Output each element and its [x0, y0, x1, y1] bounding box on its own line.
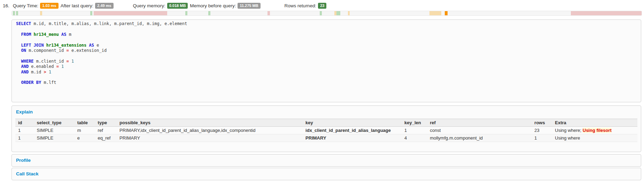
metric-badge: 2.49 ms — [95, 3, 113, 9]
table-cell: 1 — [532, 134, 552, 142]
sql-token: e.enabled — [29, 64, 56, 69]
table-cell: PRIMARY — [117, 134, 303, 142]
metric-label: Query Time: — [13, 3, 39, 8]
timeline-segment — [348, 11, 350, 15]
query-index: 16. — [3, 3, 9, 8]
column-header: id — [15, 119, 34, 127]
sql-token: 1 — [71, 59, 74, 64]
metric-badge: 11.275 MB — [238, 3, 260, 9]
sql-token: m.client_id — [34, 59, 67, 64]
timeline-segment — [208, 11, 210, 15]
sql-token: SELECT — [16, 21, 31, 26]
table-cell: ref — [95, 127, 117, 134]
sql-token: AND — [21, 70, 29, 74]
table-cell: eq_ref — [95, 134, 117, 142]
timeline-segment — [185, 11, 187, 15]
sql-query-text: SELECT m.id, m.title, m.alias, m.link, m… — [16, 21, 637, 86]
metric-badge: 23 — [318, 3, 326, 9]
timeline-segment — [336, 11, 340, 15]
column-header: table — [75, 119, 95, 127]
sql-token — [16, 59, 21, 64]
table-cell: mollymfg.m.component_id — [427, 134, 532, 142]
table-row: 1SIMPLEeeq_refPRIMARYPRIMARY4mollymfg.m.… — [15, 134, 637, 142]
query-metric: Rows returned:23 — [285, 3, 327, 9]
sql-query-panel: SELECT m.id, m.title, m.alias, m.link, m… — [11, 19, 641, 102]
table-cell: PRIMARY — [303, 134, 402, 142]
callstack-panel: Call Stack — [11, 168, 641, 180]
sql-token — [16, 32, 21, 37]
sql-token: m.id — [29, 70, 44, 74]
sql-token: m.id, m.title, m.alias, m.link, m.parent… — [31, 21, 187, 26]
sql-token: 1 — [49, 70, 51, 74]
sql-token: e.extension_id — [69, 48, 107, 53]
query-metrics: Query Time:1.03 msAfter last query:2.49 … — [13, 3, 329, 9]
sql-token: ON — [21, 48, 26, 53]
sql-token: = — [67, 48, 69, 53]
sql-token: AS — [89, 43, 94, 48]
query-metric: Memory before query:11.275 MB — [190, 3, 260, 9]
sql-token: = — [67, 59, 69, 64]
column-header: select_type — [34, 119, 75, 127]
sql-token — [16, 64, 21, 69]
timeline-segment — [40, 11, 42, 15]
query-metric: After last query:2.49 ms — [61, 3, 114, 9]
metric-label: After last query: — [61, 3, 94, 8]
table-cell: const — [427, 127, 532, 134]
sql-token: e — [94, 43, 99, 48]
profile-panel: Profile — [11, 154, 641, 167]
debug-query-entry: 16. Query Time:1.03 msAfter last query:2… — [0, 0, 644, 182]
table-cell: PRIMARY,idx_client_id_parent_id_alias_la… — [117, 127, 303, 134]
metric-badge: 0.018 MB — [167, 3, 188, 9]
table-cell: 23 — [532, 127, 552, 134]
table-cell: 1 — [15, 127, 34, 134]
sql-token: hr134_extensions — [46, 43, 87, 48]
callstack-toggle[interactable]: Call Stack — [12, 168, 641, 180]
sql-token: AS — [61, 32, 66, 37]
extra-cell: Using where — [552, 134, 637, 142]
column-header: key_len — [402, 119, 427, 127]
timeline-segment — [94, 11, 168, 15]
sql-token: m — [67, 32, 71, 37]
sql-token: LEFT JOIN — [21, 43, 44, 48]
table-cell: 1 — [402, 127, 427, 134]
timeline-segment — [445, 11, 448, 15]
explain-panel: Explain idselect_typetabletypepossible_k… — [11, 105, 641, 152]
sql-token — [16, 80, 21, 85]
sql-token: m.lft — [41, 80, 56, 85]
sql-token: = — [56, 64, 59, 69]
filesort-alert: Using filesort — [583, 128, 612, 133]
query-metric: Query Time:1.03 ms — [13, 3, 59, 9]
timeline-segment — [13, 11, 15, 15]
column-header: key — [303, 119, 402, 127]
sql-token — [16, 48, 21, 53]
sql-token — [59, 64, 61, 69]
column-header: rows — [532, 119, 552, 127]
table-cell: 1 — [15, 134, 34, 142]
sql-token: hr134_menu — [34, 32, 59, 37]
sql-token: 1 — [61, 64, 64, 69]
sql-token: WHERE — [21, 59, 33, 64]
table-row: 1SIMPLEmrefPRIMARY,idx_client_id_parent_… — [15, 127, 637, 134]
explain-table: idselect_typetabletypepossible_keyskeyke… — [15, 119, 637, 142]
table-cell: idx_client_id_parent_id_alias_language — [303, 127, 402, 134]
sql-token: > — [44, 70, 46, 74]
sql-token — [69, 59, 71, 64]
explain-toggle[interactable]: Explain — [12, 106, 641, 117]
sql-token — [59, 32, 61, 37]
profile-toggle[interactable]: Profile — [12, 155, 641, 166]
column-header: ref — [427, 119, 532, 127]
extra-text: Using where — [555, 135, 580, 141]
timeline-segment — [320, 11, 322, 15]
query-metric: Query memory:0.018 MB — [133, 3, 188, 9]
timeline-segment — [571, 11, 642, 15]
sql-token: m.component_id — [26, 48, 67, 53]
metric-label: Query memory: — [133, 3, 165, 8]
table-cell: SIMPLE — [34, 134, 75, 142]
column-header: Extra — [552, 119, 637, 127]
metric-label: Memory before query: — [190, 3, 236, 8]
table-cell: e — [75, 134, 95, 142]
sql-token: AND — [21, 64, 29, 69]
table-cell: 4 — [402, 134, 427, 142]
column-header: type — [95, 119, 117, 127]
sql-token — [44, 43, 46, 48]
